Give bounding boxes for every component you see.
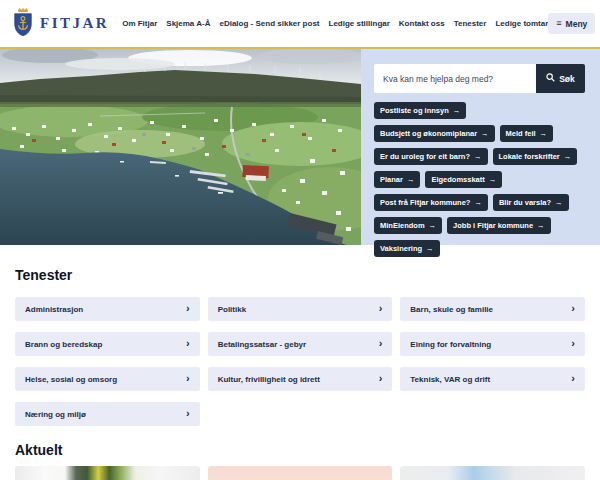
quicklink-budsjett-og-okonomiplanar[interactable]: Budsjett og økonomiplanar→ — [374, 125, 495, 142]
fitjar-logo[interactable]: FITJAR — [12, 7, 109, 41]
header-actions: ≡ Meny Søk — [548, 13, 600, 34]
quicklink-eigedomsskatt[interactable]: Eigedomsskatt→ — [425, 171, 502, 188]
arrow-right-icon: → — [481, 130, 489, 138]
quicklink-mineiendom[interactable]: MinEiendom→ — [374, 217, 442, 234]
nav-ledige-stillingar[interactable]: Ledige stillingar — [329, 19, 390, 28]
chevron-right-icon: › — [571, 338, 575, 349]
aktuelt-card-image-1[interactable] — [15, 466, 200, 480]
arrow-right-icon: → — [540, 130, 548, 138]
aktuelt-heading: Aktuelt — [15, 442, 585, 458]
nav-kontakt-oss[interactable]: Kontakt oss — [399, 19, 445, 28]
arrow-right-icon: → — [407, 176, 415, 184]
quicklink-vaksinering[interactable]: Vaksinering→ — [374, 240, 440, 257]
main-content: Tenester Administrasjon› Politikk› Barn,… — [0, 267, 600, 480]
hero-search-bar: Søk — [374, 64, 585, 93]
tenester-card-betalingssatsar[interactable]: Betalingssatsar - gebyr› — [208, 332, 393, 356]
tenester-card-naering-miljo[interactable]: Næring og miljø› — [15, 402, 200, 426]
tenester-card-brann-beredskap[interactable]: Brann og beredskap› — [15, 332, 200, 356]
chevron-right-icon: › — [186, 408, 190, 419]
tenester-grid: Administrasjon› Politikk› Barn, skule og… — [15, 297, 585, 426]
quicklink-planar[interactable]: Planar→ — [374, 171, 420, 188]
quicklink-label: Eigedomsskatt — [431, 175, 484, 184]
quicklink-label: Jobb i Fitjar kommune — [453, 221, 533, 230]
card-label: Betalingssatsar - gebyr — [218, 340, 306, 349]
hero-section: Søk Postliste og innsyn→ Budsjett og øko… — [0, 49, 600, 245]
chevron-right-icon: › — [379, 303, 383, 314]
tenester-card-helse-sosial-omsorg[interactable]: Helse, sosial og omsorg› — [15, 367, 200, 391]
tenester-card-administrasjon[interactable]: Administrasjon› — [15, 297, 200, 321]
card-label: Barn, skule og familie — [410, 305, 493, 314]
arrow-right-icon: → — [474, 199, 482, 207]
search-icon — [546, 73, 555, 84]
chevron-right-icon: › — [571, 373, 575, 384]
arrow-right-icon: → — [489, 176, 497, 184]
quicklink-uroleg-for-eit-barn[interactable]: Er du uroleg for eit barn?→ — [374, 148, 488, 165]
chevron-right-icon: › — [571, 303, 575, 314]
tenester-card-teknisk-var-drift[interactable]: Teknisk, VAR og drift› — [400, 367, 585, 391]
aktuelt-card-image-2[interactable] — [208, 466, 393, 480]
quicklink-label: Budsjett og økonomiplanar — [380, 129, 477, 138]
quicklink-label: Vaksinering — [380, 244, 422, 253]
quicklink-meld-feil[interactable]: Meld feil→ — [500, 125, 554, 142]
arrow-right-icon: → — [537, 222, 545, 230]
hero-search-input[interactable] — [374, 64, 536, 93]
aktuelt-card-image-3[interactable] — [400, 466, 585, 480]
quick-links: Postliste og innsyn→ Budsjett og økonomi… — [374, 102, 585, 257]
nav-edialog[interactable]: eDialog - Send sikker post — [219, 19, 319, 28]
coat-of-arms-icon — [12, 7, 34, 41]
card-label: Helse, sosial og omsorg — [25, 375, 117, 384]
tenester-card-kultur-idrett[interactable]: Kultur, frivilligheit og idrett› — [208, 367, 393, 391]
card-label: Næring og miljø — [25, 410, 86, 419]
chevron-right-icon: › — [379, 373, 383, 384]
tenester-card-barn-skule-familie[interactable]: Barn, skule og familie› — [400, 297, 585, 321]
site-header: FITJAR Om Fitjar Skjema A-Å eDialog - Se… — [0, 0, 600, 47]
card-label: Administrasjon — [25, 305, 83, 314]
quicklink-lokale-forskrifter[interactable]: Lokale forskrifter→ — [493, 148, 578, 165]
nav-ledige-tomtar[interactable]: Ledige tomtar — [495, 19, 548, 28]
tenester-card-politikk[interactable]: Politikk› — [208, 297, 393, 321]
card-label: Eining for forvaltning — [410, 340, 491, 349]
nav-om-fitjar[interactable]: Om Fitjar — [122, 19, 157, 28]
hero-photo-aerial-fitjar — [0, 49, 361, 245]
quicklink-label: Blir du varsla? — [499, 198, 551, 207]
arrow-right-icon: → — [453, 107, 461, 115]
quicklink-label: Lokale forskrifter — [499, 152, 560, 161]
hero-search-submit-button[interactable]: Søk — [536, 64, 585, 93]
card-label: Teknisk, VAR og drift — [410, 375, 490, 384]
quicklink-label: Planar — [380, 175, 403, 184]
hero-search-submit-label: Søk — [559, 74, 575, 84]
menu-button-label: Meny — [566, 19, 588, 29]
chevron-right-icon: › — [186, 303, 190, 314]
chevron-right-icon: › — [379, 338, 383, 349]
menu-button[interactable]: ≡ Meny — [548, 13, 595, 34]
arrow-right-icon: → — [429, 222, 437, 230]
hero-quick-panel: Søk Postliste og innsyn→ Budsjett og øko… — [361, 49, 600, 245]
quicklink-postliste-og-innsyn[interactable]: Postliste og innsyn→ — [374, 102, 466, 119]
nav-skjema[interactable]: Skjema A-Å — [166, 19, 210, 28]
chevron-right-icon: › — [186, 373, 190, 384]
quicklink-blir-du-varsla[interactable]: Blir du varsla?→ — [493, 194, 569, 211]
tenester-heading: Tenester — [15, 267, 585, 283]
arrow-right-icon: → — [474, 153, 482, 161]
card-label: Brann og beredskap — [25, 340, 102, 349]
arrow-right-icon: → — [555, 199, 563, 207]
card-label: Kultur, frivilligheit og idrett — [218, 375, 320, 384]
logo-wordmark: FITJAR — [40, 15, 109, 32]
quicklink-label: Meld feil — [506, 129, 536, 138]
quicklink-jobb-i-fitjar-kommune[interactable]: Jobb i Fitjar kommune→ — [447, 217, 551, 234]
quicklink-label: Er du uroleg for eit barn? — [380, 152, 470, 161]
hamburger-icon: ≡ — [556, 19, 561, 28]
quicklink-post-fra-fitjar-kommune[interactable]: Post frå Fitjar kommune?→ — [374, 194, 488, 211]
card-label: Politikk — [218, 305, 246, 314]
quicklink-label: Postliste og innsyn — [380, 106, 449, 115]
aktuelt-grid — [15, 466, 585, 480]
nav-tenester[interactable]: Tenester — [454, 19, 487, 28]
tenester-card-eining-forvaltning[interactable]: Eining for forvaltning› — [400, 332, 585, 356]
main-nav: Om Fitjar Skjema A-Å eDialog - Send sikk… — [122, 19, 548, 28]
quicklink-label: MinEiendom — [380, 221, 425, 230]
chevron-right-icon: › — [186, 338, 190, 349]
arrow-right-icon: → — [426, 245, 434, 253]
quicklink-label: Post frå Fitjar kommune? — [380, 198, 470, 207]
arrow-right-icon: → — [564, 153, 572, 161]
